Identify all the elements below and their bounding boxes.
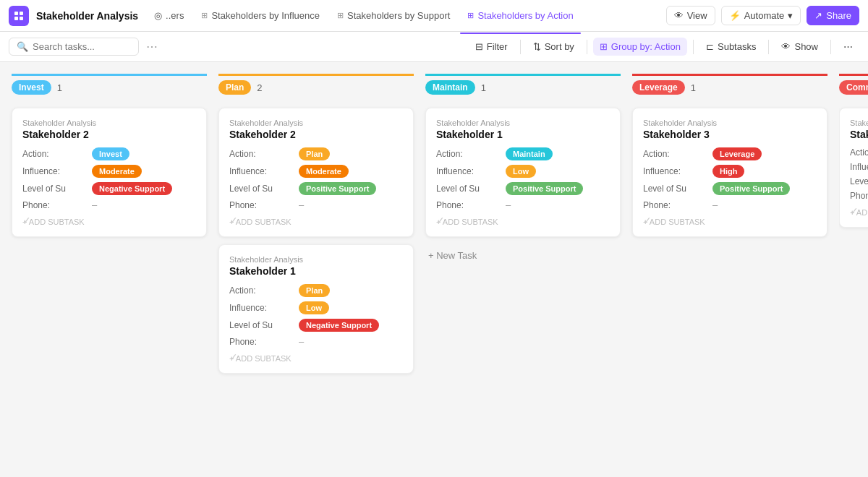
support-label: Level of Su: [643, 184, 708, 194]
phone-label: Phone:: [436, 200, 501, 210]
card-maintain-1-action-row: Action: Maintain: [436, 147, 610, 160]
card-plan-1-influence-row: Influence: Moderate: [229, 165, 403, 178]
toolbar-sep-2: [587, 40, 587, 54]
add-subtask-button[interactable]: + ADD SUBTASK: [643, 218, 817, 226]
tab-action[interactable]: ⊞ Stakeholders by Action: [460, 6, 580, 25]
action-badge: Plan: [299, 284, 330, 297]
phone-label: Phone:: [643, 200, 708, 210]
card-plan-1-phone-row: Phone: –: [229, 199, 403, 210]
automate-button[interactable]: ⚡ Automate ▾: [721, 6, 801, 25]
card-commit-1-title: Stakeho: [850, 129, 868, 140]
support-label: Level of Su: [436, 184, 501, 194]
phone-value: –: [712, 199, 718, 210]
support-label: Level of S: [850, 176, 868, 186]
influence-label: Influence: [850, 162, 868, 172]
card-maintain-1-influence-row: Influence: Low: [436, 165, 610, 178]
support-badge: Negative Support: [92, 182, 172, 195]
card-leverage-1-influence-row: Influence: High: [643, 165, 817, 178]
action-label: Action:: [229, 149, 294, 159]
action-badge: Invest: [92, 147, 129, 160]
card-leverage-1-section: Stakeholder Analysis: [643, 119, 817, 127]
column-plan-header: Plan 2: [218, 74, 414, 100]
toolbar-sep-1: [520, 40, 521, 54]
card-plan-2-section: Stakeholder Analysis: [229, 255, 403, 264]
card-leverage-1-support-row: Level of Su Positive Support: [643, 182, 817, 195]
card-invest-1-support-row: Level of Su Negative Support: [22, 182, 196, 195]
maintain-count: 1: [481, 82, 486, 93]
card-maintain-1-title: Stakeholder 1: [436, 129, 610, 140]
card-commit-1-phone-row: Phone:: [850, 191, 868, 201]
tab-influence-icon: ⊞: [201, 11, 208, 20]
group-icon: ⊞: [600, 41, 608, 52]
tab-support[interactable]: ⊞ Stakeholders by Support: [330, 6, 457, 25]
add-subtask-button[interactable]: + ADD SUBTASK: [229, 354, 403, 363]
add-subtask-button[interactable]: + ADD SUBTASK: [22, 218, 196, 226]
toolbar-more-button[interactable]: ⋯: [837, 38, 859, 56]
new-task-button[interactable]: + New Task: [425, 244, 621, 267]
add-subtask-button[interactable]: + ADD SUBTASK: [229, 218, 403, 226]
card-leverage-1: Stakeholder Analysis Stakeholder 3 Actio…: [632, 108, 827, 237]
tab-support-icon: ⊞: [337, 11, 344, 20]
check-icon: ✓: [229, 351, 238, 363]
view-button[interactable]: 👁 View: [666, 6, 715, 25]
tab-action-label: Stakeholders by Action: [477, 10, 573, 21]
phone-label: Phone:: [22, 200, 88, 210]
card-maintain-1-phone-row: Phone: –: [436, 199, 610, 210]
toolbar-sep-4: [768, 40, 769, 54]
influence-badge: Low: [506, 165, 536, 178]
sort-icon: ⇅: [533, 41, 541, 52]
leverage-label: Leverage: [632, 80, 685, 95]
tab-support-label: Stakeholders by Support: [347, 10, 450, 21]
support-label: Level of Su: [229, 320, 294, 330]
card-commit-1-influence-row: Influence: [850, 162, 868, 172]
column-maintain: Maintain 1 Stakeholder Analysis Stakehol…: [425, 74, 621, 465]
column-leverage: Leverage 1 Stakeholder Analysis Stakehol…: [632, 74, 827, 465]
support-label: Level of Su: [229, 184, 294, 194]
svg-rect-2: [14, 17, 18, 20]
card-plan-2-action-row: Action: Plan: [229, 284, 403, 297]
support-badge: Positive Support: [712, 182, 790, 195]
card-leverage-1-action-row: Action: Leverage: [643, 147, 817, 160]
group-button[interactable]: ⊞ Group by: Action: [593, 38, 687, 56]
card-commit-1-support-row: Level of S: [850, 176, 868, 186]
show-button[interactable]: 👁 Show: [775, 38, 825, 56]
phone-value: –: [299, 336, 304, 347]
support-label: Level of Su: [22, 184, 88, 194]
share-button[interactable]: ↗ Share: [807, 6, 859, 25]
tab-others-label: ..ers: [166, 10, 184, 21]
search-box[interactable]: 🔍: [9, 38, 139, 56]
search-input[interactable]: [33, 41, 131, 52]
action-label: Action:: [229, 285, 294, 296]
filter-label: Filter: [487, 41, 508, 52]
sort-label: Sort by: [545, 41, 574, 52]
tab-influence[interactable]: ⊞ Stakeholders by Influence: [194, 6, 327, 25]
action-label: Action:: [643, 149, 708, 159]
card-invest-1-phone-row: Phone: –: [22, 199, 196, 210]
filter-button[interactable]: ⊟ Filter: [469, 38, 514, 56]
card-plan-1-section: Stakeholder Analysis: [229, 119, 403, 127]
tab-others[interactable]: ◎ ..ers: [147, 6, 191, 25]
check-icon: ✓: [436, 215, 445, 226]
svg-rect-0: [14, 12, 18, 15]
action-label: Action:: [436, 149, 501, 159]
more-options-icon[interactable]: ⋯: [143, 37, 161, 56]
sort-button[interactable]: ⇅ Sort by: [527, 38, 581, 56]
maintain-label: Maintain: [425, 80, 475, 95]
topbar-actions: 👁 View ⚡ Automate ▾ ↗ Share: [666, 6, 859, 25]
add-subtask-button[interactable]: + ADD SUBTASK: [436, 218, 610, 226]
card-invest-1-influence-row: Influence: Moderate: [22, 165, 196, 178]
toolbar-sep-3: [693, 40, 694, 54]
card-plan-2-support-row: Level of Su Negative Support: [229, 319, 403, 332]
topbar: Stakeholder Analysis ◎ ..ers ⊞ Stakehold…: [0, 0, 868, 32]
card-leverage-1-title: Stakeholder 3: [643, 129, 817, 140]
action-badge: Plan: [299, 147, 330, 160]
phone-value: –: [92, 199, 97, 210]
subtasks-button[interactable]: ⊏ Subtasks: [699, 38, 762, 56]
influence-label: Influence:: [643, 166, 708, 176]
toolbar-sep-5: [830, 40, 831, 54]
check-icon: ✓: [22, 215, 31, 226]
card-leverage-1-phone-row: Phone: –: [643, 199, 817, 210]
card-maintain-1-section: Stakeholder Analysis: [436, 119, 610, 127]
automate-chevron-icon: ▾: [788, 10, 793, 21]
action-badge: Maintain: [506, 147, 553, 160]
